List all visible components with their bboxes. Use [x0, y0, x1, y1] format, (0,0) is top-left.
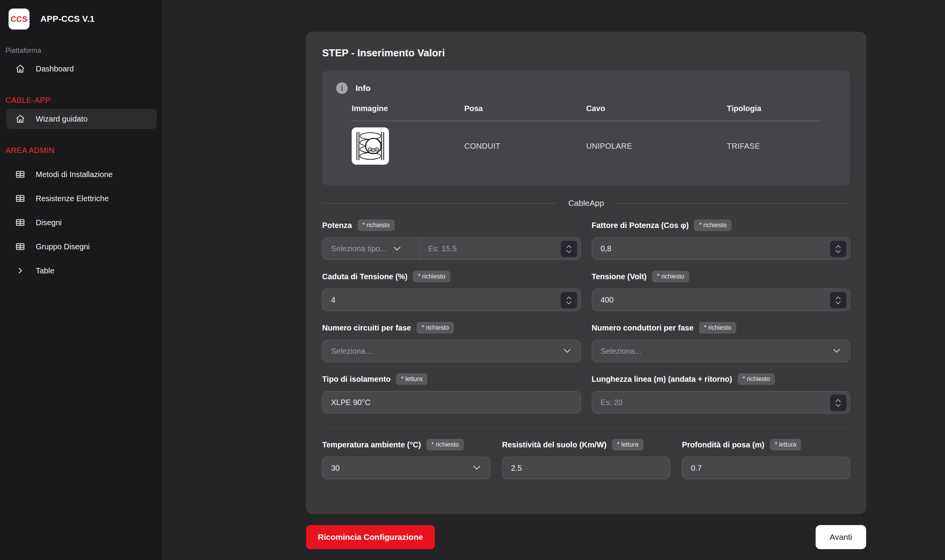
- sidebar-item-resistenze-elettriche[interactable]: Resistenze Elettriche: [6, 188, 157, 209]
- next-button[interactable]: Avanti: [816, 525, 866, 549]
- chevron-down-icon: [835, 403, 841, 407]
- conduit-drawing-image: [352, 127, 389, 165]
- select-value: Seleziona...: [592, 347, 833, 356]
- numero-conduttori-select[interactable]: Seleziona...: [592, 340, 851, 362]
- info-table: Immagine Posa Cavo Tipologia: [336, 104, 836, 165]
- divider-label: CableApp: [568, 198, 604, 208]
- read-badge: * lettura: [396, 373, 427, 385]
- lunghezza-linea-input[interactable]: [592, 391, 850, 413]
- chevron-down-icon: [563, 348, 571, 355]
- table-icon: [15, 193, 26, 204]
- chevron-up-icon: [835, 296, 841, 300]
- numero-circuiti-select[interactable]: Seleziona...: [322, 340, 581, 362]
- divider-line: [322, 203, 556, 203]
- chevron-down-icon: [566, 301, 572, 304]
- info-title: Info: [356, 83, 370, 93]
- sidebar-item-metodi-installazione[interactable]: Metodi di Installazione: [6, 164, 157, 184]
- required-badge: * richiesto: [413, 271, 450, 282]
- sidebar-item-label: Dashboard: [36, 64, 74, 73]
- sidebar-item-wizard-guidato[interactable]: Wizard guidato: [6, 109, 157, 129]
- profondita-control: [682, 457, 850, 479]
- field-label: Numero conduttori per fase: [592, 323, 694, 332]
- field-profondita-posa: Profondità di posa (m) * lettura: [682, 439, 850, 479]
- sidebar-item-label: Table: [36, 266, 54, 275]
- sidebar-item-label: Wizard guidato: [36, 115, 87, 123]
- divider-line: [616, 203, 850, 203]
- tensione-input[interactable]: [592, 289, 850, 311]
- cell-posa: CONDUIT: [464, 142, 586, 151]
- lunghezza-control: [592, 391, 851, 414]
- column-header-cavo: Cavo: [586, 104, 727, 113]
- chevron-up-icon: [835, 399, 841, 402]
- chevron-right-icon: [15, 265, 26, 276]
- sidebar-item-label: Resistenze Elettriche: [36, 194, 109, 203]
- field-label: Tensione (Volt): [592, 272, 647, 281]
- number-stepper[interactable]: [561, 292, 577, 308]
- field-label: Caduta di Tensione (%): [322, 272, 408, 281]
- form-section-divider: [322, 428, 850, 428]
- chevron-up-icon: [566, 245, 572, 249]
- field-label: Fattore di Potenza (Cos φ): [592, 221, 689, 230]
- home-icon: [15, 113, 26, 124]
- field-resistivita-suolo: Resistività del suolo (Km/W) * lettura: [502, 439, 670, 479]
- cell-cavo: UNIPOLARE: [586, 142, 727, 151]
- number-stepper[interactable]: [830, 241, 846, 257]
- page-title: STEP - Inserimento Valori: [322, 47, 850, 59]
- number-stepper[interactable]: [830, 292, 846, 308]
- field-label: Lunghezza linea (m) (andata + ritorno): [592, 375, 732, 384]
- environment-fields: Temperatura ambiente (°C) * richiesto 30…: [322, 439, 850, 479]
- profondita-input[interactable]: [682, 457, 850, 479]
- chevron-down-icon: [835, 250, 841, 253]
- sidebar-item-label: Gruppo Disegni: [36, 242, 90, 251]
- field-temperatura-ambiente: Temperatura ambiente (°C) * richiesto 30: [322, 439, 490, 479]
- required-badge: * richiesto: [357, 219, 395, 231]
- number-stepper[interactable]: [561, 241, 577, 257]
- info-table-header: Immagine Posa Cavo Tipologia: [352, 104, 821, 121]
- caduta-tensione-input[interactable]: [323, 289, 581, 311]
- chevron-up-icon: [566, 296, 572, 300]
- sidebar-item-label: Disegni: [36, 218, 62, 227]
- sidebar-section-cableapp: CABLE-APP: [0, 96, 163, 105]
- tensione-control: [592, 289, 851, 311]
- read-badge: * lettura: [612, 439, 643, 450]
- chevron-up-icon: [835, 245, 841, 249]
- chevron-down-icon: [833, 348, 840, 355]
- potenza-input[interactable]: [420, 238, 581, 259]
- required-badge: * richiesto: [738, 373, 775, 385]
- tipo-isolamento-input[interactable]: [323, 391, 581, 413]
- fattore-potenza-input[interactable]: [592, 238, 850, 259]
- temperatura-select[interactable]: 30: [322, 457, 490, 479]
- resistivita-input[interactable]: [502, 457, 670, 479]
- app-brand: CCS APP-CCS V.1: [0, 5, 163, 30]
- info-panel: i Info Immagine Posa Cavo Tipologia: [322, 71, 850, 185]
- info-header: i Info: [336, 82, 836, 94]
- potenza-control: Seleziona tipo...: [322, 237, 581, 260]
- field-label: Numero circuiti per fase: [322, 323, 411, 332]
- select-value: 30: [323, 464, 473, 473]
- potenza-type-select[interactable]: Seleziona tipo...: [323, 238, 420, 259]
- fattore-control: [592, 237, 851, 260]
- chevron-down-icon: [393, 246, 401, 251]
- cableapp-divider: CableApp: [322, 198, 850, 208]
- home-icon: [15, 63, 26, 74]
- sidebar-section-admin: AREA ADMIN: [0, 146, 163, 155]
- sidebar-item-table[interactable]: Table: [6, 261, 157, 281]
- sidebar: CCS APP-CCS V.1 Piattaforma Dashboard CA…: [0, 0, 163, 560]
- sidebar-item-label: Metodi di Installazione: [36, 170, 113, 179]
- sidebar-item-disegni[interactable]: Disegni: [6, 212, 157, 233]
- resistivita-control: [502, 457, 670, 479]
- field-label: Tipo di isolamento: [322, 375, 391, 384]
- isolamento-control: [322, 391, 581, 414]
- number-stepper[interactable]: [830, 395, 846, 411]
- wizard-step-card: STEP - Inserimento Valori i Info Immagin…: [306, 32, 866, 514]
- main-content: STEP - Inserimento Valori i Info Immagin…: [163, 0, 945, 560]
- sidebar-item-dashboard[interactable]: Dashboard: [6, 59, 157, 79]
- required-badge: * richiesto: [694, 219, 731, 231]
- read-badge: * lettura: [770, 439, 801, 450]
- restart-configuration-button[interactable]: Ricomincia Configurazione: [306, 525, 435, 549]
- sidebar-item-gruppo-disegni[interactable]: Gruppo Disegni: [6, 237, 157, 257]
- table-row: CONDUIT UNIPOLARE TRIFASE: [352, 121, 821, 165]
- sidebar-section-platform: Piattaforma: [0, 47, 163, 55]
- chevron-down-icon: [473, 464, 481, 471]
- field-label: Profondità di posa (m): [682, 440, 764, 449]
